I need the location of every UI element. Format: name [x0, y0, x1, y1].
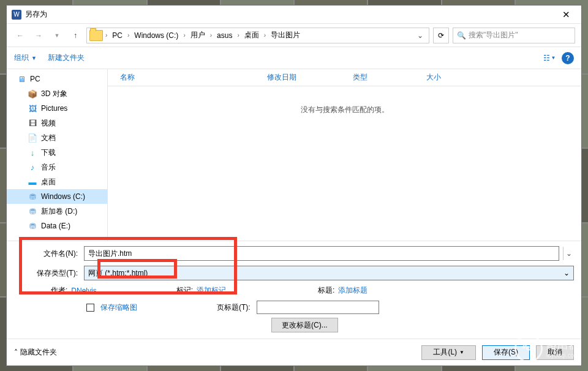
- column-name[interactable]: 名称: [120, 72, 267, 83]
- filename-history-dropdown[interactable]: ⌄: [563, 247, 574, 260]
- file-list-area: 名称 修改日期 类型 大小 没有与搜索条件匹配的项。: [108, 69, 581, 241]
- pagetitle-label: 页标题(T):: [217, 302, 251, 313]
- tree-label: 桌面: [41, 177, 56, 187]
- chevron-up-icon: ˄: [14, 348, 18, 357]
- filetype-select[interactable]: 网页 (*.htm;*.html) ⌄: [84, 266, 574, 280]
- up-button[interactable]: ↑: [68, 28, 83, 43]
- tree-item--d-[interactable]: ⛃新加卷 (D:): [7, 204, 107, 219]
- tree-item-windows-c-[interactable]: ⛃Windows (C:): [7, 189, 107, 204]
- watermark-brand: 路由器: [546, 338, 579, 352]
- save-options: 文件名(N): ⌄ 保存类型(T): 网页 (*.htm;*.html) ⌄ 作…: [7, 241, 581, 339]
- save-thumbnail-checkbox[interactable]: [86, 304, 94, 312]
- author-value[interactable]: DNelvis: [71, 287, 96, 295]
- tree-icon: ⛃: [28, 206, 37, 216]
- search-input[interactable]: 🔍 搜索"导出图片": [453, 28, 575, 43]
- tree-label: Windows (C:): [41, 192, 85, 201]
- save-thumbnail-label[interactable]: 保存缩略图: [100, 302, 137, 313]
- titlemeta-label: 标题:: [318, 285, 334, 296]
- breadcrumb[interactable]: › PC › Windows (C:) › 用户 › asus › 桌面 › 导…: [86, 28, 429, 43]
- tree-item--[interactable]: ↓下载: [7, 145, 107, 160]
- tree-item-3d-[interactable]: 📦3D 对象: [7, 86, 107, 101]
- crumb-desktop[interactable]: 桌面: [242, 30, 262, 40]
- crumb-pc[interactable]: PC: [110, 31, 125, 40]
- hide-folders-label: 隐藏文件夹: [20, 347, 57, 358]
- organize-menu[interactable]: 组织: [14, 53, 29, 63]
- tree-icon: ↓: [28, 148, 37, 157]
- back-button[interactable]: ←: [13, 28, 28, 43]
- tree-item-pc[interactable]: 🖥PC: [7, 72, 107, 86]
- column-size[interactable]: 大小: [426, 72, 488, 83]
- tags-value[interactable]: 添加标记: [197, 285, 226, 296]
- folder-tree[interactable]: 🖥PC📦3D 对象🖼Pictures🎞视频📄文档↓下载♪音乐▬桌面⛃Window…: [7, 69, 108, 241]
- hide-folders-toggle[interactable]: ˄ 隐藏文件夹: [14, 347, 57, 358]
- tree-item--[interactable]: ▬桌面: [7, 174, 107, 189]
- tree-label: 音乐: [41, 162, 56, 173]
- tree-item-data-e-[interactable]: ⛃Data (E:): [7, 219, 107, 233]
- pane-resizer[interactable]: [106, 69, 110, 241]
- chevron-right-icon: ›: [182, 32, 186, 39]
- tree-icon: ⛃: [28, 221, 37, 231]
- address-bar: ← → ▼ ↑ › PC › Windows (C:) › 用户 › asus …: [7, 24, 581, 47]
- tree-label: 视频: [41, 118, 56, 129]
- refresh-button[interactable]: ⟳: [433, 28, 449, 43]
- filetype-value: 网页 (*.htm;*.html): [88, 268, 148, 279]
- folder-icon: [89, 30, 103, 41]
- recent-dropdown-icon[interactable]: ▼: [50, 28, 64, 43]
- tree-item--[interactable]: 🎞视频: [7, 116, 107, 130]
- titlemeta-value[interactable]: 添加标题: [338, 285, 368, 296]
- tree-icon: ▬: [28, 177, 37, 187]
- view-options-button[interactable]: ☷ ▼: [542, 51, 557, 65]
- column-type[interactable]: 类型: [353, 72, 426, 83]
- chevron-right-icon: ›: [236, 32, 240, 39]
- filename-input[interactable]: [84, 246, 559, 261]
- toolbar: 组织▼ 新建文件夹 ☷ ▼ ?: [7, 47, 581, 69]
- titlebar: W 另存为 ✕: [7, 6, 581, 24]
- svg-point-0: [527, 347, 530, 350]
- crumb-export[interactable]: 导出图片: [268, 30, 303, 40]
- tools-menu-button[interactable]: 工具(L)▼: [421, 345, 476, 360]
- watermark: 路由器 luyouqi.com: [514, 334, 579, 362]
- filename-label: 文件名(N):: [14, 249, 80, 259]
- tree-item-pictures[interactable]: 🖼Pictures: [7, 101, 107, 116]
- search-icon: 🔍: [457, 31, 466, 40]
- empty-message: 没有与搜索条件匹配的项。: [108, 86, 581, 133]
- tree-icon: 📄: [28, 133, 37, 143]
- tree-item--[interactable]: 📄文档: [7, 130, 107, 145]
- save-as-dialog: W 另存为 ✕ ← → ▼ ↑ › PC › Windows (C:) › 用户…: [6, 5, 582, 366]
- forward-button[interactable]: →: [31, 28, 46, 43]
- chevron-right-icon: ›: [263, 32, 267, 39]
- tree-label: PC: [30, 75, 40, 83]
- watermark-sub: luyouqi.com: [546, 352, 579, 359]
- help-button[interactable]: ?: [562, 52, 574, 64]
- watermark-icon: [514, 334, 543, 362]
- column-date[interactable]: 修改日期: [267, 72, 353, 83]
- change-title-button[interactable]: 更改标题(C)...: [271, 318, 338, 332]
- tree-icon: 🖼: [28, 103, 37, 113]
- tree-icon: 🎞: [28, 118, 37, 128]
- search-placeholder: 搜索"导出图片": [469, 30, 518, 40]
- tree-label: 文档: [41, 133, 56, 143]
- close-button[interactable]: ✕: [552, 6, 580, 24]
- crumb-users[interactable]: 用户: [188, 30, 208, 40]
- tree-label: Pictures: [41, 104, 67, 113]
- new-folder-button[interactable]: 新建文件夹: [48, 53, 85, 63]
- tree-item--[interactable]: ♪音乐: [7, 160, 107, 174]
- author-label: 作者:: [51, 285, 67, 296]
- chevron-right-icon: ›: [104, 32, 108, 39]
- tree-label: Data (E:): [41, 222, 70, 230]
- crumb-c[interactable]: Windows (C:): [132, 31, 181, 40]
- breadcrumb-dropdown-icon[interactable]: ⌄: [414, 31, 426, 40]
- column-headers: 名称 修改日期 类型 大小: [108, 69, 581, 86]
- pagetitle-input[interactable]: [257, 301, 379, 314]
- chevron-down-icon: ⌄: [564, 269, 570, 277]
- chevron-right-icon: ›: [126, 32, 130, 39]
- window-title: 另存为: [25, 9, 552, 20]
- crumb-asus[interactable]: asus: [214, 31, 235, 40]
- tree-icon: 🖥: [17, 74, 26, 84]
- tree-icon: 📦: [28, 89, 37, 99]
- tree-label: 3D 对象: [41, 89, 67, 99]
- tree-label: 新加卷 (D:): [41, 206, 77, 217]
- tree-icon: ⛃: [28, 192, 37, 201]
- tags-label: 标记:: [176, 285, 193, 296]
- tree-icon: ♪: [28, 162, 37, 172]
